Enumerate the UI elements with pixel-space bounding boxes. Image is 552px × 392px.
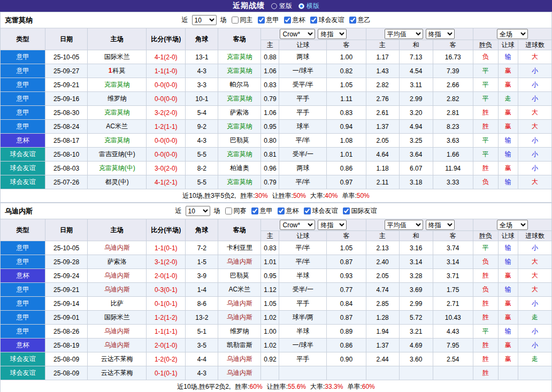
score-cell[interactable]: 1-2(1-2) (147, 311, 186, 325)
score-cell[interactable]: 4-1(2-0) (147, 50, 186, 64)
away-team-cell[interactable]: 萨索洛 (218, 106, 261, 120)
home-team-cell[interactable]: 乌迪内斯 (88, 325, 147, 339)
checkbox-input[interactable] (251, 207, 258, 214)
score-cell[interactable]: 1-2(0-2) (147, 352, 186, 366)
home-team-cell[interactable]: 克雷莫纳 (88, 78, 147, 92)
score-cell[interactable]: 3-2(2-0) (147, 106, 186, 120)
home-team-cell[interactable]: AC米兰 (88, 120, 147, 134)
score-cell[interactable]: 0-0(0-0) (147, 78, 186, 92)
home-team-cell[interactable]: 克雷莫纳(中) (88, 162, 147, 175)
checkbox-input[interactable] (304, 207, 311, 214)
scope-select[interactable]: 全场 (497, 29, 528, 39)
home-team-cell[interactable]: 乌迪内斯 (88, 283, 147, 297)
score-cell[interactable]: 1-1(1-1) (147, 325, 186, 339)
odds-time-select[interactable]: 终指 (318, 220, 347, 230)
filter-checkbox-2[interactable]: 意杯 (284, 16, 305, 25)
home-team-cell[interactable]: 国际米兰 (88, 311, 147, 325)
average-time-select[interactable]: 终指 (426, 29, 455, 39)
away-team-cell[interactable]: 克雷莫纳 (218, 92, 261, 106)
score-cell[interactable]: 3-0(2-0) (147, 162, 186, 175)
score-cell[interactable]: 1-2(1-1) (147, 120, 186, 134)
away-team-cell[interactable]: 克雷莫纳 (218, 148, 261, 162)
score-cell[interactable]: 0-0(0-0) (147, 134, 186, 148)
away-team-cell[interactable]: 巴勒莫 (218, 269, 261, 283)
filter-checkbox-1[interactable]: 意甲 (258, 16, 279, 25)
away-team-cell[interactable]: AC米兰 (218, 283, 261, 297)
checkbox-input[interactable] (258, 17, 265, 24)
home-team-cell[interactable]: 克雷莫纳 (88, 134, 147, 148)
summary-stat-label: 单率: (342, 192, 356, 199)
away-team-cell[interactable]: 柏迪奥 (218, 162, 261, 175)
home-team-cell[interactable]: 云达不莱梅 (88, 366, 147, 380)
score-cell[interactable]: 0-1(0-1) (147, 366, 186, 380)
odds-source-select[interactable]: Crow* (280, 220, 315, 230)
home-team-cell[interactable]: 萨索洛 (88, 255, 147, 269)
away-team-cell[interactable]: 乌迪内斯 (218, 297, 261, 311)
home-team-cell[interactable]: 国际米兰 (88, 50, 147, 64)
result-cell: 胜 (473, 106, 498, 120)
score-cell[interactable]: 0-1(0-1) (147, 297, 186, 311)
home-team-cell[interactable]: 克雷莫纳 (88, 106, 147, 120)
filter-controls: 近10场同赛意甲意杯球会友谊国际友谊 (175, 206, 377, 216)
odds-away-cell: 0.83 (327, 106, 366, 120)
average-time-select[interactable]: 终指 (426, 220, 455, 230)
score-cell[interactable]: 3-1(2-0) (147, 255, 186, 269)
filter-checkbox-0[interactable]: 同赛 (225, 206, 247, 216)
checkbox-input[interactable] (232, 17, 239, 24)
score-cell[interactable]: 0-0(0-0) (147, 92, 186, 106)
away-team-cell[interactable]: 乌迪内斯 (218, 352, 261, 366)
home-team-cell[interactable]: 乌迪内斯 (88, 269, 147, 283)
home-team-cell[interactable]: 比萨 (88, 297, 147, 311)
filter-checkbox-3[interactable]: 球会友谊 (304, 206, 338, 216)
score-cell[interactable]: 0-0(0-0) (147, 148, 186, 162)
odds-home-cell: 0.79 (261, 92, 279, 106)
away-team-cell[interactable]: 克雷莫纳 (218, 120, 261, 134)
recent-count-select[interactable]: 10 (186, 206, 210, 216)
away-team-cell[interactable]: 克雷莫纳 (218, 50, 261, 64)
filter-checkbox-4[interactable]: 国际友谊 (343, 206, 377, 216)
away-team-cell[interactable]: 乌迪内斯 (218, 255, 261, 269)
away-team-cell[interactable]: 帕尔马 (218, 78, 261, 92)
checkbox-input[interactable] (225, 207, 232, 214)
away-team-cell[interactable]: 克雷莫纳 (218, 64, 261, 78)
filter-checkbox-1[interactable]: 意甲 (251, 206, 273, 216)
away-team-cell[interactable]: 卡利亚里 (218, 241, 261, 255)
odds-time-select[interactable]: 终指 (318, 29, 347, 39)
away-team-cell[interactable]: 凯勒雷斯 (218, 339, 261, 352)
score-cell[interactable]: 2-0(1-0) (147, 339, 186, 352)
filter-checkbox-4[interactable]: 意乙 (349, 16, 371, 25)
home-team-cell[interactable]: 维罗纳 (88, 92, 147, 106)
recent-count-select[interactable]: 10 (192, 15, 217, 25)
home-team-cell[interactable]: 1科莫 (88, 64, 147, 78)
filter-checkbox-2[interactable]: 意杯 (278, 206, 299, 216)
layout-radio-horizontal[interactable]: 横版 (298, 2, 319, 11)
away-team-cell[interactable]: 维罗纳 (218, 325, 261, 339)
home-team-cell[interactable]: 雷吉亚纳(中) (88, 148, 147, 162)
checkbox-label: 国际友谊 (351, 206, 377, 216)
score-cell[interactable]: 0-3(0-1) (147, 283, 186, 297)
checkbox-input[interactable] (310, 17, 317, 24)
home-team-cell[interactable]: 乌迪内斯 (88, 339, 147, 352)
home-team-cell[interactable]: 乌迪内斯 (88, 241, 147, 255)
away-team-cell[interactable]: 乌迪内斯 (218, 311, 261, 325)
layout-radio-vertical[interactable]: 竖版 (271, 2, 292, 11)
checkbox-input[interactable] (284, 17, 291, 24)
home-team-cell[interactable]: 都灵(中) (88, 175, 147, 189)
odds-source-select[interactable]: Crow* (280, 29, 315, 39)
home-team-cell[interactable]: 云达不莱梅 (88, 352, 147, 366)
away-team-cell[interactable]: 克雷莫纳 (218, 175, 261, 189)
score-cell[interactable]: 4-1(2-1) (147, 175, 186, 189)
score-cell[interactable]: 2-0(1-0) (147, 269, 186, 283)
checkbox-input[interactable] (343, 207, 350, 214)
average-select[interactable]: 平均值 (385, 29, 423, 39)
score-cell[interactable]: 1-1(0-1) (147, 241, 186, 255)
away-team-cell[interactable]: 乌迪内斯 (218, 366, 261, 380)
filter-checkbox-0[interactable]: 同主 (232, 16, 253, 25)
scope-select[interactable]: 全场 (497, 220, 528, 230)
filter-checkbox-3[interactable]: 球会友谊 (310, 16, 344, 25)
checkbox-input[interactable] (278, 207, 285, 214)
average-select[interactable]: 平均值 (385, 220, 423, 230)
score-cell[interactable]: 1-1(1-0) (147, 64, 186, 78)
checkbox-input[interactable] (349, 17, 356, 24)
away-team-cell[interactable]: 巴勒莫 (218, 134, 261, 148)
